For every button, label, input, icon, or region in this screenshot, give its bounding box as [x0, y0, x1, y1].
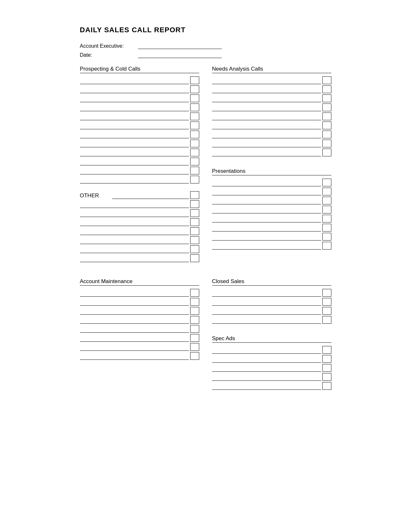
table-row — [212, 93, 331, 102]
right-bottom-col: Closed Sales Spec Ads — [212, 278, 331, 396]
other-section: OTHER — [80, 190, 199, 262]
other-rows — [80, 199, 199, 262]
table-row — [80, 208, 199, 217]
account-maintenance-rows — [80, 288, 199, 360]
needs-analysis-title: Needs Analysis Calls — [212, 66, 331, 73]
table-row — [212, 354, 331, 363]
table-row — [80, 253, 199, 262]
top-columns: Prospecting & Cold Calls — [80, 66, 331, 269]
table-row — [212, 138, 331, 147]
table-row — [80, 84, 199, 93]
table-row — [212, 111, 331, 120]
table-row — [212, 241, 331, 250]
table-row — [80, 165, 199, 174]
table-row — [80, 111, 199, 120]
table-row — [80, 138, 199, 147]
closed-sales-title: Closed Sales — [212, 278, 331, 286]
right-top-col: Needs Analysis Calls Presentations — [212, 66, 331, 269]
table-row — [80, 93, 199, 102]
closed-sales-section: Closed Sales — [212, 278, 331, 324]
table-row — [212, 84, 331, 93]
spec-ads-title: Spec Ads — [212, 335, 331, 343]
table-row — [80, 129, 199, 138]
prospecting-title: Prospecting & Cold Calls — [80, 66, 199, 73]
presentations-section: Presentations — [212, 168, 331, 250]
spacer — [212, 330, 331, 335]
table-row — [80, 102, 199, 111]
table-row — [212, 288, 331, 297]
table-row — [212, 75, 331, 84]
table-row — [80, 156, 199, 165]
table-row — [80, 199, 199, 208]
table-row — [80, 75, 199, 84]
table-row — [212, 204, 331, 213]
table-row — [80, 288, 199, 297]
table-row — [80, 351, 199, 360]
table-row — [80, 315, 199, 324]
left-bottom-col: Account Maintenance — [80, 278, 199, 396]
table-row — [80, 226, 199, 235]
closed-sales-rows — [212, 288, 331, 324]
table-row — [80, 324, 199, 333]
table-row — [80, 174, 199, 183]
date-label: Date: — [80, 52, 138, 58]
prospecting-section: Prospecting & Cold Calls — [80, 66, 199, 183]
spacer — [212, 163, 331, 168]
table-row — [212, 213, 331, 222]
bottom-columns: Account Maintenance Closed Sales — [80, 278, 331, 396]
spec-ads-rows — [212, 345, 331, 390]
presentations-title: Presentations — [212, 168, 331, 175]
table-row — [212, 102, 331, 111]
table-row — [212, 297, 331, 306]
account-maintenance-title: Account Maintenance — [80, 278, 199, 286]
left-top-col: Prospecting & Cold Calls — [80, 66, 199, 269]
section-spacer — [80, 269, 331, 278]
account-executive-label: Account Executive: — [80, 43, 138, 49]
table-row — [212, 195, 331, 204]
table-row — [80, 120, 199, 129]
table-row — [80, 147, 199, 156]
table-row — [80, 333, 199, 342]
table-row — [212, 222, 331, 232]
table-row — [80, 342, 199, 351]
needs-analysis-rows — [212, 75, 331, 156]
account-executive-input-line[interactable] — [138, 43, 222, 49]
table-row — [212, 315, 331, 324]
date-input-line[interactable] — [138, 52, 222, 58]
table-row — [212, 129, 331, 138]
table-row — [80, 217, 199, 226]
table-row — [212, 186, 331, 195]
table-row — [80, 306, 199, 315]
table-row — [212, 232, 331, 241]
date-field: Date: — [80, 52, 331, 58]
table-row — [80, 244, 199, 253]
table-row — [80, 235, 199, 244]
table-row — [212, 372, 331, 381]
table-row — [212, 147, 331, 156]
table-row — [212, 345, 331, 354]
presentations-rows — [212, 177, 331, 250]
needs-analysis-section: Needs Analysis Calls — [212, 66, 331, 156]
other-label: OTHER — [80, 192, 112, 199]
table-row — [212, 306, 331, 315]
header-fields: Account Executive: Date: — [80, 43, 331, 58]
other-label-row: OTHER — [80, 190, 199, 199]
table-row — [212, 177, 331, 186]
prospecting-rows — [80, 75, 199, 183]
table-row — [212, 363, 331, 372]
account-executive-field: Account Executive: — [80, 43, 331, 49]
page-container: DAILY SALES CALL REPORT Account Executiv… — [61, 0, 351, 422]
page-title: DAILY SALES CALL REPORT — [80, 26, 331, 34]
table-row — [80, 297, 199, 306]
spec-ads-section: Spec Ads — [212, 335, 331, 390]
table-row — [212, 381, 331, 390]
account-maintenance-section: Account Maintenance — [80, 278, 199, 360]
table-row — [212, 120, 331, 129]
